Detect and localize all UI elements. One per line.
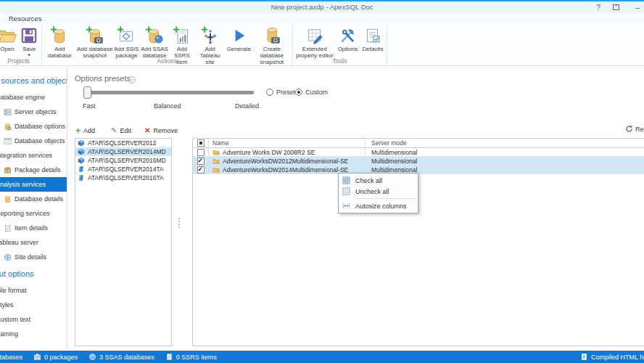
presets-slider[interactable] [85,91,254,94]
sidebar-item-database-details[interactable]: Database details [0,192,67,206]
sidebar-item-reporting-services[interactable]: Reporting services [0,206,67,221]
sidebar-navigation: Data sources and objects Database engine… [0,66,67,351]
sidebar-item-database-options[interactable]: Database options [0,119,67,134]
status-packages-count: 0 packages [33,353,78,361]
splitter-grip-icon [178,218,180,228]
header-checkbox-indeterminate[interactable] [197,139,205,147]
radio-custom[interactable]: Custom [295,89,328,96]
server-row[interactable]: ATAR\SQLSERVER2016MD [75,156,171,165]
minimize-button[interactable]: – [632,4,643,12]
radio-preset[interactable]: Preset [266,89,295,96]
sidebar-item-site-details[interactable]: Site details [0,250,67,264]
ribbon-group-actions: Add database Add database snapshot Add S… [42,24,293,65]
table-row[interactable]: AdventureWorksDW2012Multidimensional-SE … [193,157,644,166]
server-row[interactable]: ATAR\SQLSERVER2014MD [75,147,171,156]
sidebar-item-naming[interactable]: Naming [0,327,67,341]
sidebar-item-item-details[interactable]: Item details [0,221,67,235]
status-ssas-count: 3 SSAS databases [88,353,154,361]
server-row[interactable]: ATAR\SQLSERVER2016TA [75,174,171,182]
ssrs-count-icon [165,353,173,361]
database-options-icon [4,123,12,131]
column-header-server-mode[interactable]: Server mode [366,139,644,147]
header-checkbox-cell[interactable] [193,139,209,147]
refresh-button[interactable]: Refresh [625,125,644,133]
create-database-snapshot-icon [263,26,281,45]
row-checkbox-checked[interactable] [197,158,205,165]
add-database-snapshot-button[interactable]: Add database snapshot [77,25,113,59]
extended-property-editor-button[interactable]: Extended property editor [294,25,336,59]
server-list: ATAR\SQLSERVER2012 ATAR\SQLSERVER2014MD … [75,138,172,346]
server-row[interactable]: ATAR\SQLSERVER2014TA [75,165,171,174]
info-icon: i [128,76,136,83]
menu-item-check-all[interactable]: Check all [339,175,418,186]
tableau-site-icon [78,166,85,173]
sidebar-item-database-objects[interactable]: Database objects [0,134,67,148]
window-title: New project.axdp - ApexSQL Doc [0,3,644,11]
ssas-cube-icon [78,148,85,155]
package-details-icon [4,166,12,174]
options-button[interactable]: Options [336,25,360,52]
add-ssas-database-button[interactable]: Add SSAS database [140,25,170,59]
menu-item-autosize-columns[interactable]: Autosize columns [339,200,418,211]
generate-play-icon [229,26,248,45]
panel-splitter[interactable] [173,138,191,346]
restore-button[interactable] [613,4,623,10]
group-label-actions: Actions [42,57,292,65]
table-header-row: Name Server mode [193,139,644,148]
group-label-tools: Tools [293,57,387,65]
sidebar-item-database-engine[interactable]: Database engine [0,90,67,105]
tab-resources[interactable]: Resources [9,15,41,23]
table-row[interactable]: Adventure Works DW 2008R2 SE Multidimens… [193,148,644,157]
options-presets-title: Options presets [75,74,131,83]
ribbon: Open Save ▾ Projects Add database [0,24,644,66]
presets-slider-handle[interactable] [83,86,91,99]
add-ssis-package-icon [117,26,136,45]
add-database-button[interactable]: Add database [43,25,77,59]
server-objects-icon [4,108,12,116]
sidebar-item-custom-text[interactable]: Custom text [0,312,67,327]
database-folder-icon [212,158,220,165]
save-button[interactable]: Save ▾ [18,25,40,57]
add-plus-icon: + [75,127,80,134]
restore-icon [613,4,619,10]
output-format-icon [580,353,588,361]
server-row[interactable]: ATAR\SQLSERVER2012 [75,139,171,147]
add-server-button[interactable]: + Add [75,127,95,134]
database-folder-icon [212,149,220,156]
sidebar-item-analysis-services[interactable]: Analysis services [0,177,67,192]
site-details-icon [4,253,12,261]
row-checkbox-unchecked[interactable] [197,149,205,156]
column-header-name[interactable]: Name [209,139,366,147]
sidebar-item-file-format[interactable]: File format [0,283,67,298]
slider-label-balanced: Balanced [154,102,181,110]
sidebar-item-styles[interactable]: Styles [0,298,67,312]
generate-button[interactable]: Generate [226,25,252,52]
menu-separator [356,198,416,199]
row-checkbox-checked[interactable] [197,166,205,174]
open-button[interactable]: Open [0,25,18,52]
sidebar-item-integration-services[interactable]: Integration services [0,148,67,163]
edit-server-button[interactable]: ✎ Edit [111,127,131,134]
autosize-columns-icon [342,202,350,210]
sidebar-item-server-objects[interactable]: Server objects [0,105,67,119]
table-row[interactable]: AdventureWorksDW2014Multidimensional-SE … [193,166,644,174]
ribbon-group-projects: Open Save ▾ Projects [0,24,42,65]
sidebar-item-tableau-server[interactable]: Tableau server [0,235,67,250]
ssas-count-icon [88,353,96,361]
ssas-cube-icon [78,139,85,147]
defaults-button[interactable]: Defaults [360,25,386,52]
sidebar-item-package-details[interactable]: Package details [0,163,67,177]
remove-server-button[interactable]: ✕ Remove [144,127,178,134]
add-ssis-package-button[interactable]: Add SSIS package [113,25,140,59]
packages-count-icon [33,353,41,361]
menu-item-uncheck-all[interactable]: Uncheck all [339,186,418,197]
add-database-snapshot-icon [86,26,104,45]
help-button[interactable]: ? [593,4,603,12]
database-objects-icon [4,137,12,145]
status-ssrs-count: 0 SSRS items [165,353,217,361]
extended-property-editor-icon [305,26,324,45]
item-details-icon [4,224,12,232]
group-label-projects: Projects [0,57,41,65]
save-floppy-icon [20,26,38,45]
refresh-icon [625,125,633,133]
